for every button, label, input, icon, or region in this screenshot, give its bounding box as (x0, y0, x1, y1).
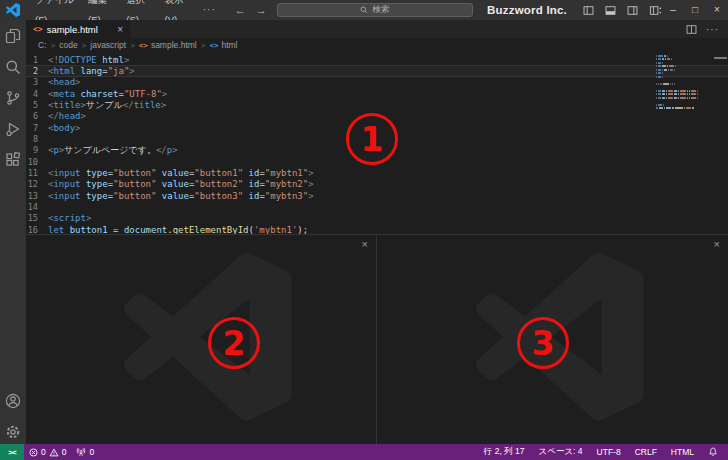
status-bar: >< 0 0 0 行 2, 列 17 スペース: 4 UTF-8 CRLF HT… (0, 444, 728, 460)
vscode-logo-icon (6, 3, 20, 17)
customize-layout-icon[interactable] (649, 5, 662, 16)
notifications-bell-icon[interactable] (708, 447, 718, 457)
annotation-circle-1: 1 (346, 113, 398, 165)
minimize-button[interactable]: – (662, 0, 684, 20)
split-editor-icon[interactable] (686, 24, 697, 35)
breadcrumb-segment[interactable]: C: (38, 40, 47, 50)
breadcrumb-segment[interactable]: code (59, 40, 77, 50)
line-number: 16 (26, 225, 48, 234)
code-text: <title>サンプル</title> (48, 99, 166, 112)
maximize-button[interactable]: □ (684, 0, 706, 20)
code-line-12[interactable]: 12<input type="button" value="button2" i… (26, 179, 728, 190)
breadcrumb-label: code (59, 40, 77, 50)
eol-setting[interactable]: CRLF (635, 447, 657, 457)
extensions-icon[interactable] (5, 152, 21, 168)
code-text: <input type="button" value="button2" id=… (48, 179, 314, 189)
annotation-number: 1 (361, 120, 384, 159)
code-line-14[interactable]: 14 (26, 201, 728, 212)
breadcrumb-label: javascript (90, 40, 126, 50)
breadcrumb-label: sample.html (151, 40, 197, 50)
toggle-sidebar-icon[interactable] (583, 5, 594, 16)
line-number: 3 (26, 77, 48, 87)
code-line-2[interactable]: 2<html lang="ja"> (26, 65, 728, 76)
editor-group-2[interactable]: × (26, 235, 376, 444)
overview-ruler-cursor (714, 57, 727, 59)
breadcrumb-separator-icon: > (51, 41, 56, 50)
code-text: <input type="button" value="button1" id=… (48, 168, 314, 178)
annotation-number: 2 (223, 324, 246, 363)
line-number: 12 (26, 179, 48, 189)
code-text: <head> (48, 77, 81, 87)
command-center-search[interactable]: 検索 (277, 3, 473, 17)
tab-close-icon[interactable]: × (117, 24, 123, 35)
problems-status[interactable]: 0 0 (24, 447, 71, 457)
code-line-16[interactable]: 16let button1 = document.getElementById(… (26, 224, 728, 234)
html-file-icon: <> (139, 41, 148, 50)
line-number: 7 (26, 123, 48, 133)
close-editor-group-icon[interactable]: × (714, 239, 720, 250)
run-and-debug-icon[interactable] (5, 121, 21, 137)
line-number: 11 (26, 168, 48, 178)
breadcrumb: C:>code>javascript><>sample.html><>html (26, 38, 728, 52)
code-line-11[interactable]: 11<input type="button" value="button1" i… (26, 167, 728, 178)
editor-region: <> sample.html × ··· C:>code>javascript>… (26, 20, 728, 444)
editor-more-actions-button[interactable]: ··· (706, 24, 719, 35)
tab-label: sample.html (47, 24, 98, 35)
code-text: <html lang="ja"> (48, 66, 135, 76)
explorer-icon[interactable] (5, 28, 21, 44)
line-number: 10 (26, 157, 48, 167)
settings-gear-icon[interactable] (5, 424, 21, 440)
editor-group-row: × × (26, 234, 728, 444)
line-number: 9 (26, 145, 48, 155)
code-text: let button1 = document.getElementById('m… (48, 225, 308, 234)
code-line-13[interactable]: 13<input type="button" value="button3" i… (26, 190, 728, 201)
title-bar: ファイル(F)編集(E)選択(S)表示(V) ··· ← → 検索 Buzzwo… (0, 0, 728, 20)
toggle-panel-icon[interactable] (605, 5, 616, 16)
line-number: 2 (26, 66, 48, 76)
code-text: <script> (48, 213, 91, 223)
radio-tower-icon (76, 447, 86, 457)
search-placeholder: 検索 (372, 4, 389, 16)
error-icon (29, 448, 38, 457)
error-count: 0 (41, 447, 46, 457)
indentation-setting[interactable]: スペース: 4 (539, 446, 583, 458)
code-text: <input type="button" value="button3" id=… (48, 191, 314, 201)
account-icon[interactable] (5, 393, 21, 409)
cursor-position[interactable]: 行 2, 列 17 (484, 446, 525, 458)
code-line-5[interactable]: 5<title>サンプル</title> (26, 99, 728, 110)
remote-indicator[interactable]: >< (0, 444, 24, 460)
nav-forward-icon[interactable]: → (256, 4, 267, 16)
breadcrumb-separator-icon: > (82, 41, 87, 50)
close-editor-group-icon[interactable]: × (362, 239, 368, 250)
code-text: <!DOCTYPE html> (48, 55, 129, 65)
menubar-more-button[interactable]: ··· (196, 0, 223, 20)
nav-back-icon[interactable]: ← (235, 4, 246, 16)
source-control-icon[interactable] (5, 90, 21, 106)
line-number: 8 (26, 134, 48, 144)
toggle-secondary-sidebar-icon[interactable] (627, 5, 638, 16)
search-icon (360, 6, 368, 14)
breadcrumb-separator-icon: > (201, 41, 206, 50)
warning-count: 0 (62, 447, 67, 457)
search-icon[interactable] (5, 59, 21, 75)
line-number: 15 (26, 213, 48, 223)
annotation-circle-3: 3 (517, 317, 569, 369)
minimap[interactable] (656, 55, 700, 111)
code-line-3[interactable]: 3<head> (26, 77, 728, 88)
breadcrumb-segment[interactable]: javascript (90, 40, 126, 50)
breadcrumb-segment[interactable]: <>html (209, 40, 237, 50)
breadcrumb-label: C: (38, 40, 47, 50)
annotation-number: 3 (532, 324, 555, 363)
close-window-button[interactable]: × (706, 0, 728, 20)
encoding-setting[interactable]: UTF-8 (597, 447, 621, 457)
language-mode[interactable]: HTML (671, 447, 694, 457)
code-line-15[interactable]: 15<script> (26, 213, 728, 224)
tab-bar: <> sample.html × ··· (26, 20, 728, 38)
tab-sample-html[interactable]: <> sample.html × (26, 20, 130, 38)
line-number: 13 (26, 191, 48, 201)
ports-status[interactable]: 0 (71, 447, 99, 457)
breadcrumb-segment[interactable]: <>sample.html (139, 40, 197, 50)
html-file-icon: <> (33, 25, 43, 34)
line-number: 5 (26, 100, 48, 110)
code-line-1[interactable]: 1<!DOCTYPE html> (26, 54, 728, 65)
